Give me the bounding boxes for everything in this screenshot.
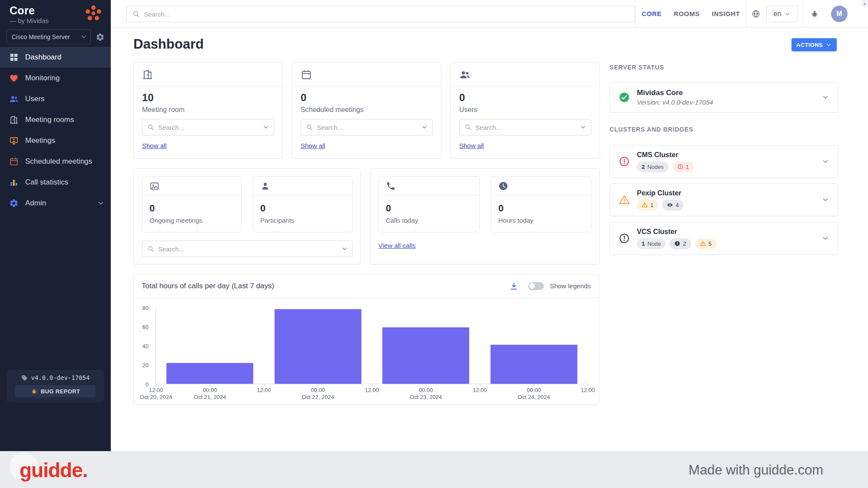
x-tick-mark (210, 384, 210, 386)
toggle-knob (529, 283, 535, 289)
chart-title: Total hours of calls per day (Last 7 day… (142, 282, 509, 290)
tab-core[interactable]: CORE (636, 0, 668, 27)
show-all-link[interactable]: Show all (142, 142, 167, 149)
stat-card-scheduled-meetings: 0Scheduled meetingsSearch...Show all (292, 63, 441, 158)
actions-button[interactable]: ACTIONS (792, 38, 837, 51)
chevron-down-icon[interactable] (822, 93, 829, 101)
calendar-icon (301, 69, 312, 80)
cluster-card-vcs-cluster[interactable]: VCS Cluster1Node25 (610, 222, 838, 255)
stat-card-header (451, 63, 600, 87)
y-tick-label: 60 (142, 324, 149, 330)
cluster-card-pexip-cluster[interactable]: Pexip Cluster14 (610, 183, 838, 216)
user-avatar[interactable]: M (831, 6, 848, 22)
show-all-link[interactable]: Show all (459, 142, 484, 149)
tab-insight[interactable]: INSIGHT (706, 0, 746, 27)
stat-card-header (134, 63, 282, 87)
badge-text: Nodes (647, 164, 664, 170)
sidebar-item-meeting-rooms[interactable]: Meeting rooms (0, 109, 111, 130)
show-legends-toggle[interactable] (528, 282, 544, 290)
ongoing-meetings-icon (149, 181, 159, 191)
chevron-down-icon (262, 124, 269, 131)
sidebar-item-monitoring[interactable]: Monitoring (0, 68, 111, 89)
meetings-search-select[interactable]: Search... (142, 241, 353, 257)
status-badge: 2Nodes (637, 162, 669, 172)
badge-text: 5 (709, 241, 712, 247)
tab-rooms[interactable]: ROOMS (668, 0, 706, 27)
x-tick-label: 12:00 (473, 387, 487, 394)
search-icon (306, 124, 313, 131)
language-select[interactable]: en (766, 6, 798, 22)
stat-search-select[interactable]: Search... (459, 119, 591, 135)
chart-bar (490, 345, 577, 384)
search-icon (132, 10, 140, 18)
server-select[interactable]: Cisco Meeting Server (7, 30, 91, 44)
stat-search-select[interactable]: Search... (301, 119, 433, 135)
sidebar-item-admin[interactable]: Admin (0, 193, 111, 214)
mini-stat-label: Participants (260, 217, 345, 224)
mini-stat-hours-today: 0Hours today (491, 176, 591, 232)
sidebar-item-meetings[interactable]: Meetings (0, 130, 111, 151)
stat-label: Scheduled meetings (301, 106, 433, 114)
mini-stat-label: Calls today (386, 217, 472, 224)
scrollbar-up-arrow[interactable]: ▲ (861, 0, 868, 7)
chevron-down-icon (80, 33, 87, 40)
stat-card-users: 0UsersSearch...Show all (451, 63, 600, 158)
warning-icon (642, 202, 648, 208)
download-icon[interactable] (509, 281, 519, 291)
globe-icon[interactable] (752, 10, 760, 18)
mini-stat-value: 0 (386, 203, 472, 214)
chevron-down-icon[interactable] (822, 196, 829, 204)
stat-label: Meeting room (142, 106, 274, 114)
sidebar-item-scheduled-meetings[interactable]: Scheduled meetings (0, 151, 111, 172)
chevron-down-icon (784, 11, 791, 17)
x-tick-label: 12:00 (365, 387, 379, 394)
topbar-divider (803, 0, 803, 27)
view-all-calls-link[interactable]: View all calls (378, 242, 416, 249)
global-search-input[interactable] (144, 10, 629, 18)
sidebar-item-call-statistics[interactable]: Call statistics (0, 172, 111, 193)
bug-report-button[interactable]: BUG REPORT (15, 385, 96, 397)
avatar-initial: M (836, 10, 842, 18)
server-settings-gear-icon[interactable] (96, 33, 105, 42)
meeting-room-door-icon (142, 69, 153, 80)
cluster-info: VCS Cluster1Node25 (637, 228, 716, 249)
chevron-down-icon[interactable] (822, 234, 829, 242)
bug-report-label: BUG REPORT (41, 388, 80, 395)
sidebar-item-dashboard[interactable]: Dashboard (0, 47, 111, 68)
status-badge: 1Node (637, 238, 666, 249)
sidebar-item-label: Monitoring (25, 74, 105, 82)
users-icon (9, 94, 19, 104)
alert-icon (677, 164, 683, 170)
chevron-down-icon[interactable] (822, 158, 829, 165)
sidebar-item-users[interactable]: Users (0, 89, 111, 109)
error-circle-icon (619, 156, 630, 167)
search-placeholder: Search... (158, 124, 258, 131)
mini-stat-body: 0Participants (253, 196, 352, 224)
server-version: Version: v4.0.0-dev-17054 (637, 99, 713, 106)
y-tick-label: 80 (142, 305, 149, 311)
badge-text: 1 (650, 202, 653, 208)
x-tick-label: 00:00Oct 21, 2024 (194, 387, 226, 401)
eye-icon (667, 202, 673, 208)
search-icon (147, 245, 154, 252)
stat-value: 10 (142, 92, 274, 104)
mini-stat-header (491, 177, 591, 196)
sidebar-item-label: Meeting rooms (25, 115, 105, 124)
cluster-card-cms-cluster[interactable]: CMS Cluster2Nodes1 (610, 145, 838, 178)
stat-card-body: 0Scheduled meetingsSearch...Show all (292, 87, 441, 150)
mini-stat-header (253, 177, 352, 196)
badge-text: 2 (683, 241, 686, 247)
bug-icon[interactable] (810, 10, 819, 18)
chevron-down-icon (341, 245, 348, 252)
badge-count: 2 (642, 164, 645, 170)
server-status-card[interactable]: Mividas Core Version: v4.0.0-dev-17054 (610, 82, 838, 112)
x-tick-label: 12:00 (581, 387, 595, 394)
chart-bar (275, 309, 361, 384)
users-icon (459, 69, 470, 80)
monitoring-heart-icon (9, 73, 19, 83)
stat-search-select[interactable]: Search... (142, 119, 274, 135)
chart-plot: 12:00Oct 20, 202400:00Oct 21, 202412:000… (156, 308, 588, 384)
chevron-down-icon (97, 199, 105, 207)
status-badge: 1 (673, 162, 694, 172)
show-all-link[interactable]: Show all (301, 142, 325, 149)
